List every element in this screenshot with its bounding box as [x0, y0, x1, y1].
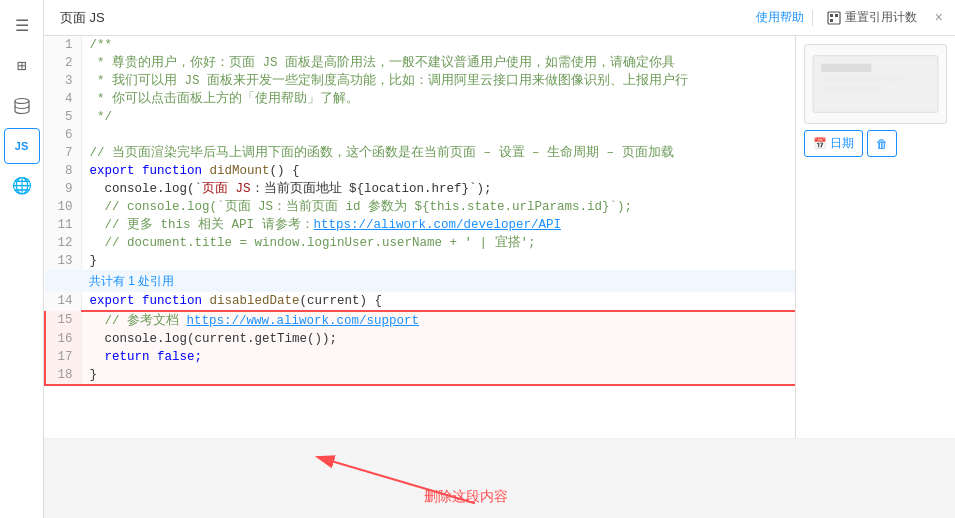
right-panel-preview — [804, 44, 947, 124]
line-content: */ — [81, 108, 795, 126]
line-content: export function didMount() { — [81, 162, 795, 180]
date-label: 日期 — [830, 135, 854, 152]
svg-point-0 — [15, 99, 29, 104]
table-row: 10 // console.log(`页面 JS：当前页面 id 参数为 ${t… — [45, 198, 795, 216]
line-content: // console.log(`页面 JS：当前页面 id 参数为 ${this… — [81, 198, 795, 216]
line-number: 18 — [45, 366, 81, 385]
tab-bar-right: 使用帮助 重置引用计数 × — [756, 7, 947, 28]
delete-icon: 🗑 — [876, 137, 888, 151]
table-row: 3 * 我们可以用 JS 面板来开发一些定制度高功能，比如：调用阿里云接口用来做… — [45, 72, 795, 90]
close-button[interactable]: × — [931, 8, 947, 28]
globe-icon[interactable]: 🌐 — [4, 168, 40, 204]
line-number: 8 — [45, 162, 81, 180]
table-row: 15 // 参考文档 https://www.aliwork.com/suppo… — [45, 311, 795, 330]
bottom-annotation-area: 删除这段内容 — [44, 438, 955, 518]
calendar-icon: 📅 — [813, 137, 827, 150]
line-number: 4 — [45, 90, 81, 108]
line-number: 12 — [45, 234, 81, 252]
table-row: 7 // 当页面渲染完毕后马上调用下面的函数，这个函数是在当前页面 – 设置 –… — [45, 144, 795, 162]
line-number: 3 — [45, 72, 81, 90]
date-button[interactable]: 📅 日期 — [804, 130, 863, 157]
table-row: 18 } — [45, 366, 795, 385]
reset-ref-label: 重置引用计数 — [845, 9, 917, 26]
table-row: 4 * 你可以点击面板上方的「使用帮助」了解。 — [45, 90, 795, 108]
table-row: 2 * 尊贵的用户，你好：页面 JS 面板是高阶用法，一般不建议普通用户使用，如… — [45, 54, 795, 72]
preview-icon — [805, 45, 946, 123]
svg-rect-2 — [830, 14, 833, 17]
line-content: } — [81, 252, 795, 270]
svg-rect-4 — [830, 19, 833, 22]
line-number: 16 — [45, 330, 81, 348]
line-number: 9 — [45, 180, 81, 198]
line-number: 6 — [45, 126, 81, 144]
line-number: 2 — [45, 54, 81, 72]
code-table: 1 /** 2 * 尊贵的用户，你好：页面 JS 面板是高阶用法，一般不建议普通… — [44, 36, 795, 386]
ref-count-cell: 共计有 1 处引用 — [45, 270, 795, 292]
line-content: /** — [81, 36, 795, 54]
js-icon[interactable]: JS — [4, 128, 40, 164]
arrow-annotation — [44, 439, 955, 518]
ref-count-row: 共计有 1 处引用 — [45, 270, 795, 292]
svg-rect-7 — [821, 76, 902, 82]
right-panel-buttons: 📅 日期 🗑 — [804, 130, 947, 157]
table-row: 5 */ — [45, 108, 795, 126]
line-content: return false; — [81, 348, 795, 366]
line-content: * 你可以点击面板上方的「使用帮助」了解。 — [81, 90, 795, 108]
line-number: 13 — [45, 252, 81, 270]
tab-bar: 页面 JS 使用帮助 重置引用计数 × — [44, 0, 955, 36]
divider — [812, 10, 813, 26]
line-content: // 当页面渲染完毕后马上调用下面的函数，这个函数是在当前页面 – 设置 – 生… — [81, 144, 795, 162]
line-content: * 尊贵的用户，你好：页面 JS 面板是高阶用法，一般不建议普通用户使用，如需使… — [81, 54, 795, 72]
table-row: 6 — [45, 126, 795, 144]
line-content: export function disabledDate(current) { — [81, 292, 795, 311]
svg-rect-8 — [821, 86, 881, 92]
line-number: 1 — [45, 36, 81, 54]
line-content: // 参考文档 https://www.aliwork.com/support — [81, 311, 795, 330]
editor-container: 1 /** 2 * 尊贵的用户，你好：页面 JS 面板是高阶用法，一般不建议普通… — [44, 36, 955, 438]
line-content: // document.title = window.loginUser.use… — [81, 234, 795, 252]
table-row: 1 /** — [45, 36, 795, 54]
menu-icon[interactable]: ☰ — [4, 8, 40, 44]
table-row: 9 console.log(`页面 JS：当前页面地址 ${location.h… — [45, 180, 795, 198]
line-number: 7 — [45, 144, 81, 162]
delete-label: 删除这段内容 — [424, 488, 508, 506]
grid-icon[interactable]: ⊞ — [4, 48, 40, 84]
code-editor[interactable]: 1 /** 2 * 尊贵的用户，你好：页面 JS 面板是高阶用法，一般不建议普通… — [44, 36, 795, 438]
main-content: 页面 JS 使用帮助 重置引用计数 × — [44, 0, 955, 518]
line-number: 11 — [45, 216, 81, 234]
table-row: 8 export function didMount() { — [45, 162, 795, 180]
svg-rect-3 — [835, 14, 838, 17]
table-row: 17 return false; — [45, 348, 795, 366]
table-row: 13 } — [45, 252, 795, 270]
line-number: 15 — [45, 311, 81, 330]
reset-ref-button[interactable]: 重置引用计数 — [821, 7, 923, 28]
help-link[interactable]: 使用帮助 — [756, 9, 804, 26]
table-row: 16 console.log(current.getTime()); — [45, 330, 795, 348]
delete-button[interactable]: 🗑 — [867, 130, 897, 157]
sidebar: ☰ ⊞ JS 🌐 — [0, 0, 44, 518]
table-row: 14 export function disabledDate(current)… — [45, 292, 795, 311]
table-row: 11 // 更多 this 相关 API 请参考：https://aliwork… — [45, 216, 795, 234]
database-icon[interactable] — [4, 88, 40, 124]
line-number: 10 — [45, 198, 81, 216]
line-content: // 更多 this 相关 API 请参考：https://aliwork.co… — [81, 216, 795, 234]
line-content: * 我们可以用 JS 面板来开发一些定制度高功能，比如：调用阿里云接口用来做图像… — [81, 72, 795, 90]
line-content — [81, 126, 795, 144]
svg-rect-1 — [828, 12, 840, 24]
line-number: 5 — [45, 108, 81, 126]
reset-icon — [827, 11, 841, 25]
line-number: 17 — [45, 348, 81, 366]
table-row: 12 // document.title = window.loginUser.… — [45, 234, 795, 252]
right-panel: 📅 日期 🗑 — [795, 36, 955, 438]
line-number: 14 — [45, 292, 81, 311]
line-content: console.log(`页面 JS：当前页面地址 ${location.hre… — [81, 180, 795, 198]
tab-title: 页面 JS — [52, 9, 113, 27]
line-content: } — [81, 366, 795, 385]
svg-rect-6 — [821, 64, 871, 72]
tab-bar-left: 页面 JS — [52, 9, 113, 27]
line-content: console.log(current.getTime()); — [81, 330, 795, 348]
